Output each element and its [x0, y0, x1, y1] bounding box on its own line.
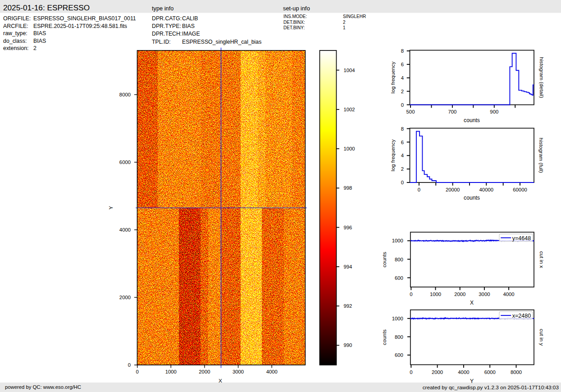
svg-text:1004: 1004 [344, 68, 355, 73]
svg-text:set-up info: set-up info [283, 5, 310, 12]
svg-text:cut in y: cut in y [538, 329, 545, 346]
svg-text:0: 0 [410, 292, 412, 297]
svg-text:SINGLEHR: SINGLEHR [343, 14, 366, 19]
svg-text:0: 0 [410, 369, 412, 375]
svg-text:x=2480: x=2480 [512, 313, 531, 319]
svg-text:800: 800 [395, 334, 403, 340]
svg-text:994: 994 [344, 264, 352, 269]
svg-text:extension:: extension: [3, 45, 28, 51]
svg-text:6: 6 [401, 62, 404, 67]
svg-text:998: 998 [344, 185, 352, 191]
svg-text:2: 2 [401, 89, 404, 94]
svg-text:800: 800 [395, 257, 403, 262]
svg-text:0: 0 [401, 102, 404, 108]
svg-text:6: 6 [401, 140, 404, 145]
svg-text:1000: 1000 [344, 146, 355, 151]
svg-text:4000: 4000 [119, 227, 131, 232]
svg-text:700: 700 [448, 109, 456, 114]
svg-text:ESPRE.2025-01-17T09:25:48.581.: ESPRE.2025-01-17T09:25:48.581.fits [33, 23, 127, 29]
svg-text:type info: type info [152, 5, 173, 12]
svg-text:8: 8 [401, 48, 404, 54]
svg-text:do_class:: do_class: [3, 38, 27, 44]
svg-text:2: 2 [343, 20, 346, 25]
svg-text:BIAS: BIAS [182, 23, 195, 29]
svg-text:2: 2 [401, 166, 404, 172]
svg-text:BIAS: BIAS [33, 30, 46, 36]
svg-text:cut in x: cut in x [538, 251, 545, 268]
svg-text:8: 8 [401, 126, 404, 132]
svg-text:raw_type:: raw_type: [3, 30, 27, 36]
svg-text:IMAGE: IMAGE [182, 31, 200, 37]
svg-text:2: 2 [33, 45, 36, 51]
svg-text:2025-01-16: ESPRESSO: 2025-01-16: ESPRESSO [3, 3, 90, 12]
svg-text:histogram (detail): histogram (detail) [538, 57, 545, 98]
svg-text:3000: 3000 [479, 292, 490, 297]
svg-text:X: X [470, 300, 474, 306]
svg-text:2000: 2000 [454, 292, 465, 297]
svg-text:60000: 60000 [513, 187, 527, 192]
svg-text:DPR.TECH:: DPR.TECH: [152, 31, 182, 37]
svg-text:1000: 1000 [392, 316, 403, 321]
svg-text:counts: counts [381, 329, 388, 345]
svg-text:4000: 4000 [503, 292, 515, 297]
svg-text:Y: Y [470, 378, 474, 384]
svg-text:900: 900 [490, 109, 498, 114]
svg-text:2000: 2000 [432, 369, 443, 375]
svg-text:counts: counts [464, 117, 480, 123]
svg-text:600: 600 [395, 275, 403, 281]
svg-text:996: 996 [344, 225, 352, 230]
svg-text:3000: 3000 [233, 369, 244, 374]
svg-text:4: 4 [401, 75, 404, 81]
svg-text:1: 1 [343, 25, 346, 30]
svg-text:log frequency: log frequency [390, 139, 396, 171]
svg-text:ARCFILE:: ARCFILE: [3, 23, 28, 29]
svg-text:1002: 1002 [344, 107, 355, 112]
svg-text:DET.BINY:: DET.BINY: [283, 25, 305, 30]
svg-text:DPR.CATG:: DPR.CATG: [152, 15, 182, 22]
svg-text:0: 0 [401, 180, 404, 185]
svg-text:TPL.ID:: TPL.ID: [152, 39, 171, 45]
svg-text:0: 0 [136, 369, 139, 374]
svg-text:2000: 2000 [199, 369, 210, 374]
svg-text:INS.MODE:: INS.MODE: [283, 14, 307, 19]
svg-text:2000: 2000 [119, 295, 131, 300]
svg-text:20000: 20000 [446, 187, 460, 192]
svg-text:500: 500 [406, 109, 415, 114]
svg-text:X: X [219, 378, 222, 384]
svg-text:0: 0 [418, 187, 420, 192]
svg-text:4000: 4000 [266, 369, 278, 374]
svg-text:Y: Y [108, 206, 114, 210]
svg-text:created by qc_rawdisp.py v1.2.: created by qc_rawdisp.py v1.2.3 on 2025-… [423, 384, 559, 391]
svg-text:6000: 6000 [119, 160, 131, 165]
svg-text:ESPRESSO_SINGLEHR_BIAS017_0011: ESPRESSO_SINGLEHR_BIAS017_0011 [33, 15, 136, 22]
svg-text:counts: counts [464, 195, 480, 201]
svg-text:992: 992 [344, 303, 352, 309]
svg-text:0: 0 [128, 362, 131, 368]
svg-text:8000: 8000 [119, 92, 131, 97]
svg-text:1000: 1000 [392, 238, 403, 243]
svg-text:DPR.TYPE:: DPR.TYPE: [152, 23, 181, 29]
svg-text:y=4648: y=4648 [512, 235, 531, 242]
svg-text:powered by QC: www.eso.org/HC: powered by QC: www.eso.org/HC [5, 384, 81, 390]
svg-text:histogram (full): histogram (full) [538, 138, 544, 173]
svg-text:1000: 1000 [430, 292, 441, 297]
svg-text:log frequency: log frequency [390, 61, 396, 93]
svg-text:40000: 40000 [479, 187, 493, 192]
svg-text:4: 4 [401, 153, 404, 158]
svg-text:ORIGFILE:: ORIGFILE: [3, 15, 31, 22]
svg-text:ESPRESSO_singleHR_cal_bias: ESPRESSO_singleHR_cal_bias [182, 39, 261, 45]
svg-text:BIAS: BIAS [33, 38, 46, 44]
svg-text:CALIB: CALIB [182, 15, 198, 22]
svg-text:4000: 4000 [458, 369, 469, 375]
svg-text:990: 990 [344, 342, 352, 348]
svg-text:600: 600 [395, 352, 403, 358]
svg-text:6000: 6000 [484, 369, 496, 375]
svg-text:counts: counts [381, 252, 388, 268]
svg-text:1000: 1000 [165, 369, 177, 374]
svg-text:DET.BINX:: DET.BINX: [283, 20, 305, 25]
svg-text:8000: 8000 [511, 369, 522, 375]
